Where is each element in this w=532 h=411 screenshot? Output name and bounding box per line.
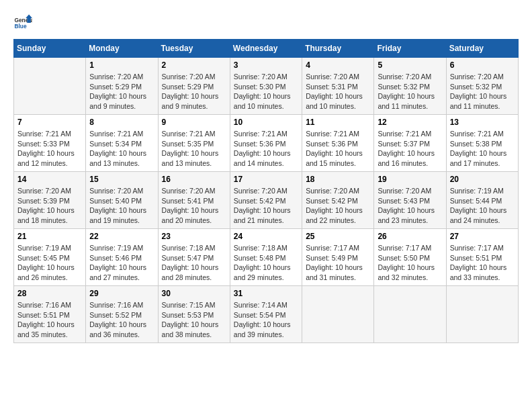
day-number: 25	[306, 232, 370, 241]
calendar-cell: 31Sunrise: 7:14 AMSunset: 5:54 PMDayligh…	[230, 286, 302, 343]
day-number: 16	[162, 175, 226, 184]
day-number: 30	[162, 289, 226, 298]
day-info: Sunrise: 7:19 AMSunset: 5:44 PMDaylight:…	[450, 186, 515, 226]
day-number: 27	[450, 232, 515, 241]
day-number: 1	[89, 60, 154, 70]
day-number: 14	[17, 175, 82, 184]
weekday-header-friday: Friday	[374, 40, 446, 58]
weekday-header-wednesday: Wednesday	[230, 40, 302, 58]
day-info: Sunrise: 7:17 AMSunset: 5:49 PMDaylight:…	[306, 243, 370, 283]
day-number: 9	[162, 118, 226, 127]
day-number: 7	[17, 118, 82, 127]
day-info: Sunrise: 7:21 AMSunset: 5:36 PMDaylight:…	[306, 129, 370, 169]
calendar-cell: 7Sunrise: 7:21 AMSunset: 5:33 PMDaylight…	[14, 115, 86, 172]
week-row-5: 28Sunrise: 7:16 AMSunset: 5:51 PMDayligh…	[14, 286, 519, 343]
calendar-cell: 25Sunrise: 7:17 AMSunset: 5:49 PMDayligh…	[302, 229, 374, 286]
calendar-cell: 27Sunrise: 7:17 AMSunset: 5:51 PMDayligh…	[446, 229, 518, 286]
day-info: Sunrise: 7:20 AMSunset: 5:43 PMDaylight:…	[378, 186, 442, 226]
calendar-cell: 2Sunrise: 7:20 AMSunset: 5:29 PMDaylight…	[158, 58, 230, 115]
weekday-header-thursday: Thursday	[302, 40, 374, 58]
logo: GeneralBlue	[13, 13, 32, 32]
day-number: 22	[89, 232, 154, 241]
calendar-cell: 19Sunrise: 7:20 AMSunset: 5:43 PMDayligh…	[374, 172, 446, 229]
day-number: 21	[17, 232, 82, 241]
calendar-cell: 21Sunrise: 7:19 AMSunset: 5:45 PMDayligh…	[14, 229, 86, 286]
day-number: 6	[450, 60, 515, 70]
day-info: Sunrise: 7:18 AMSunset: 5:48 PMDaylight:…	[234, 243, 298, 283]
calendar-cell: 22Sunrise: 7:19 AMSunset: 5:46 PMDayligh…	[86, 229, 158, 286]
calendar-cell: 11Sunrise: 7:21 AMSunset: 5:36 PMDayligh…	[302, 115, 374, 172]
day-number: 23	[162, 232, 226, 241]
calendar-cell	[302, 286, 374, 343]
day-number: 5	[378, 60, 442, 70]
weekday-header-row: SundayMondayTuesdayWednesdayThursdayFrid…	[14, 40, 519, 58]
weekday-header-sunday: Sunday	[14, 40, 86, 58]
day-number: 19	[378, 175, 442, 184]
day-info: Sunrise: 7:19 AMSunset: 5:45 PMDaylight:…	[17, 243, 82, 283]
calendar-cell: 3Sunrise: 7:20 AMSunset: 5:30 PMDaylight…	[230, 58, 302, 115]
calendar-cell: 14Sunrise: 7:20 AMSunset: 5:39 PMDayligh…	[14, 172, 86, 229]
day-info: Sunrise: 7:21 AMSunset: 5:38 PMDaylight:…	[450, 129, 515, 169]
weekday-header-monday: Monday	[86, 40, 158, 58]
week-row-3: 14Sunrise: 7:20 AMSunset: 5:39 PMDayligh…	[14, 172, 519, 229]
day-info: Sunrise: 7:20 AMSunset: 5:40 PMDaylight:…	[89, 186, 154, 226]
day-info: Sunrise: 7:20 AMSunset: 5:32 PMDaylight:…	[450, 72, 515, 111]
calendar-cell: 8Sunrise: 7:21 AMSunset: 5:34 PMDaylight…	[86, 115, 158, 172]
calendar-cell: 9Sunrise: 7:21 AMSunset: 5:35 PMDaylight…	[158, 115, 230, 172]
calendar-cell: 17Sunrise: 7:20 AMSunset: 5:42 PMDayligh…	[230, 172, 302, 229]
day-info: Sunrise: 7:17 AMSunset: 5:50 PMDaylight:…	[378, 243, 442, 283]
day-number: 18	[306, 175, 370, 184]
calendar-cell: 16Sunrise: 7:20 AMSunset: 5:41 PMDayligh…	[158, 172, 230, 229]
calendar-cell	[374, 286, 446, 343]
day-info: Sunrise: 7:20 AMSunset: 5:39 PMDaylight:…	[17, 186, 82, 226]
day-number: 24	[234, 232, 298, 241]
logo-icon: GeneralBlue	[13, 13, 32, 32]
day-info: Sunrise: 7:20 AMSunset: 5:32 PMDaylight:…	[378, 72, 442, 111]
day-info: Sunrise: 7:19 AMSunset: 5:46 PMDaylight:…	[89, 243, 154, 283]
day-number: 11	[306, 118, 370, 127]
calendar-cell: 1Sunrise: 7:20 AMSunset: 5:29 PMDaylight…	[86, 58, 158, 115]
day-info: Sunrise: 7:21 AMSunset: 5:35 PMDaylight:…	[162, 129, 226, 169]
calendar-cell: 20Sunrise: 7:19 AMSunset: 5:44 PMDayligh…	[446, 172, 518, 229]
day-info: Sunrise: 7:21 AMSunset: 5:36 PMDaylight:…	[234, 129, 298, 169]
day-number: 15	[89, 175, 154, 184]
day-info: Sunrise: 7:20 AMSunset: 5:41 PMDaylight:…	[162, 186, 226, 226]
calendar-cell: 10Sunrise: 7:21 AMSunset: 5:36 PMDayligh…	[230, 115, 302, 172]
day-number: 12	[378, 118, 442, 127]
day-info: Sunrise: 7:21 AMSunset: 5:34 PMDaylight:…	[89, 129, 154, 169]
day-info: Sunrise: 7:21 AMSunset: 5:37 PMDaylight:…	[378, 129, 442, 169]
day-number: 8	[89, 118, 154, 127]
day-info: Sunrise: 7:20 AMSunset: 5:31 PMDaylight:…	[306, 72, 370, 111]
day-number: 10	[234, 118, 298, 127]
day-info: Sunrise: 7:18 AMSunset: 5:47 PMDaylight:…	[162, 243, 226, 283]
calendar-cell: 13Sunrise: 7:21 AMSunset: 5:38 PMDayligh…	[446, 115, 518, 172]
calendar-cell: 26Sunrise: 7:17 AMSunset: 5:50 PMDayligh…	[374, 229, 446, 286]
day-number: 2	[162, 60, 226, 70]
day-number: 20	[450, 175, 515, 184]
calendar-cell: 28Sunrise: 7:16 AMSunset: 5:51 PMDayligh…	[14, 286, 86, 343]
calendar-cell: 30Sunrise: 7:15 AMSunset: 5:53 PMDayligh…	[158, 286, 230, 343]
calendar-cell: 15Sunrise: 7:20 AMSunset: 5:40 PMDayligh…	[86, 172, 158, 229]
calendar-table: SundayMondayTuesdayWednesdayThursdayFrid…	[13, 39, 519, 343]
day-info: Sunrise: 7:20 AMSunset: 5:30 PMDaylight:…	[234, 72, 298, 111]
day-info: Sunrise: 7:15 AMSunset: 5:53 PMDaylight:…	[162, 300, 226, 340]
day-info: Sunrise: 7:14 AMSunset: 5:54 PMDaylight:…	[234, 300, 298, 340]
weekday-header-saturday: Saturday	[446, 40, 518, 58]
page-header: GeneralBlue	[13, 13, 519, 32]
week-row-1: 1Sunrise: 7:20 AMSunset: 5:29 PMDaylight…	[14, 58, 519, 115]
day-info: Sunrise: 7:16 AMSunset: 5:51 PMDaylight:…	[17, 300, 82, 340]
calendar-cell	[446, 286, 518, 343]
calendar-cell: 24Sunrise: 7:18 AMSunset: 5:48 PMDayligh…	[230, 229, 302, 286]
day-number: 17	[234, 175, 298, 184]
calendar-cell: 29Sunrise: 7:16 AMSunset: 5:52 PMDayligh…	[86, 286, 158, 343]
day-info: Sunrise: 7:17 AMSunset: 5:51 PMDaylight:…	[450, 243, 515, 283]
day-info: Sunrise: 7:21 AMSunset: 5:33 PMDaylight:…	[17, 129, 82, 169]
day-info: Sunrise: 7:20 AMSunset: 5:29 PMDaylight:…	[89, 72, 154, 111]
day-info: Sunrise: 7:16 AMSunset: 5:52 PMDaylight:…	[89, 300, 154, 340]
day-info: Sunrise: 7:20 AMSunset: 5:42 PMDaylight:…	[234, 186, 298, 226]
day-number: 31	[234, 289, 298, 298]
day-number: 29	[89, 289, 154, 298]
day-number: 28	[17, 289, 82, 298]
calendar-cell: 4Sunrise: 7:20 AMSunset: 5:31 PMDaylight…	[302, 58, 374, 115]
week-row-4: 21Sunrise: 7:19 AMSunset: 5:45 PMDayligh…	[14, 229, 519, 286]
